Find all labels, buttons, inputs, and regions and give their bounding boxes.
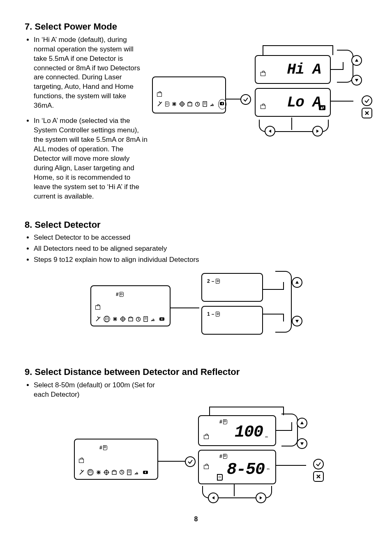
asterisk-icon — [113, 317, 118, 321]
detector-icon-selected: D — [105, 317, 109, 321]
section-7-heading: 7. Select Power Mode — [25, 21, 367, 33]
svg-rect-42 — [112, 471, 116, 474]
left-button[interactable] — [265, 126, 275, 136]
section-7-bullet-2: In ‘Lo A’ mode (selected via the System … — [34, 116, 148, 201]
svg-line-47 — [122, 472, 123, 473]
svg-line-12 — [198, 104, 199, 105]
meter-unit-icon: m — [267, 467, 270, 472]
lock-icon — [79, 459, 84, 463]
detector-icon: D — [223, 419, 227, 424]
detector-icon: D — [216, 279, 220, 284]
confirm-icon — [240, 94, 251, 105]
doc-icon — [143, 316, 148, 322]
down-button[interactable] — [351, 75, 362, 86]
section-7-bullet-1: In ‘Hi A’ mode (default), during normal … — [34, 35, 148, 111]
detector-1-lcd: 1– D — [201, 306, 263, 335]
lock-icon — [204, 465, 209, 469]
lock-icon — [95, 305, 100, 310]
lo-a-lcd: Lo A — [255, 88, 331, 117]
distance-100-lcd: # D 100 m — [198, 415, 276, 446]
detector-icon: D — [120, 292, 124, 297]
doc-icon — [127, 469, 132, 475]
box-icon — [112, 470, 117, 475]
clock-icon — [136, 317, 141, 322]
target-icon — [120, 316, 126, 322]
target-icon — [104, 469, 109, 475]
lo-a-value: Lo A — [287, 93, 321, 113]
clock-icon — [119, 469, 125, 475]
section-8-diagram: # D D 2– D 1– D — [86, 269, 367, 355]
hash-label: # — [99, 444, 102, 451]
detector-icon: D — [216, 312, 220, 317]
enter-icon — [318, 105, 326, 111]
down-button[interactable] — [297, 438, 307, 449]
detector-icon: D — [217, 474, 223, 481]
lock-icon — [204, 435, 209, 439]
distance-850-lcd: # D 8-50 m D — [198, 450, 276, 484]
svg-rect-7 — [188, 103, 192, 106]
svg-line-30 — [138, 319, 140, 320]
power-arrow-icon — [159, 317, 166, 321]
hash-label: # — [219, 453, 222, 460]
section-8-bullet-3: Steps 9 to12 explain how to align indivi… — [34, 255, 367, 265]
tool-icon — [79, 469, 85, 475]
asterisk-icon — [96, 470, 101, 475]
confirm-icon — [185, 456, 196, 467]
lock-icon — [261, 72, 265, 76]
cancel-button[interactable] — [362, 108, 372, 118]
detector-icon: D — [223, 454, 227, 459]
signal-icon — [134, 470, 140, 475]
lock-icon — [157, 92, 162, 97]
left-button[interactable] — [208, 493, 219, 503]
signal-icon — [210, 102, 216, 106]
ok-button[interactable] — [362, 95, 372, 106]
svg-rect-17 — [319, 105, 325, 110]
right-button[interactable] — [312, 126, 323, 136]
hash-label: # — [219, 419, 222, 425]
down-button[interactable] — [292, 316, 302, 326]
box-icon — [187, 102, 192, 106]
ok-button[interactable] — [313, 459, 324, 469]
tool-icon — [157, 101, 163, 107]
distance-menu-lcd: # D D — [74, 439, 158, 480]
distance-850-value: 8-50 — [227, 459, 265, 481]
hi-a-lcd: Hi A — [255, 55, 331, 84]
tool-icon — [95, 316, 101, 322]
detector-1-label: 1 — [207, 311, 210, 317]
detector-menu-lcd: # D D — [90, 285, 171, 326]
clock-icon — [195, 102, 200, 107]
up-button[interactable] — [292, 277, 302, 288]
power-arrow-icon — [143, 470, 149, 475]
section-8-bullet-1: Select Detector to be accessed — [34, 233, 367, 243]
doc-icon — [203, 101, 208, 107]
lock-icon — [261, 105, 265, 109]
up-button[interactable] — [297, 418, 307, 428]
svg-rect-25 — [129, 318, 133, 321]
detector-2-lcd: 2– D — [201, 273, 263, 302]
detector-2-label: 2 — [207, 278, 210, 284]
up-button[interactable] — [351, 55, 362, 66]
page-number: 8 — [25, 515, 367, 524]
box-icon — [128, 317, 133, 321]
detector-icon: D — [165, 102, 169, 106]
meter-unit-icon: m — [265, 435, 268, 439]
signal-icon — [151, 317, 157, 321]
hi-a-value: Hi A — [287, 60, 321, 80]
section-9-diagram: # D D # D 100 m — [70, 404, 367, 511]
section-9-bullet-1: Select 8-50m (default) or 100m (Set for … — [34, 381, 165, 400]
detector-icon: D — [103, 445, 107, 450]
power-arrow-icon — [219, 101, 225, 106]
right-button[interactable] — [256, 493, 266, 503]
distance-100-value: 100 — [235, 421, 263, 444]
section-9-heading: 9. Select Distance between Detector and … — [25, 366, 367, 378]
hash-label: # — [116, 291, 119, 298]
section-8-heading: 8. Select Detector — [25, 219, 367, 231]
target-icon — [179, 101, 185, 107]
power-mode-menu-lcd: D — [152, 76, 226, 113]
cancel-button[interactable] — [313, 471, 324, 482]
section-8-bullet-2: All Detectors need to be aligned separat… — [34, 244, 367, 254]
asterisk-icon — [172, 102, 177, 106]
detector-icon-selected: D — [88, 470, 92, 475]
